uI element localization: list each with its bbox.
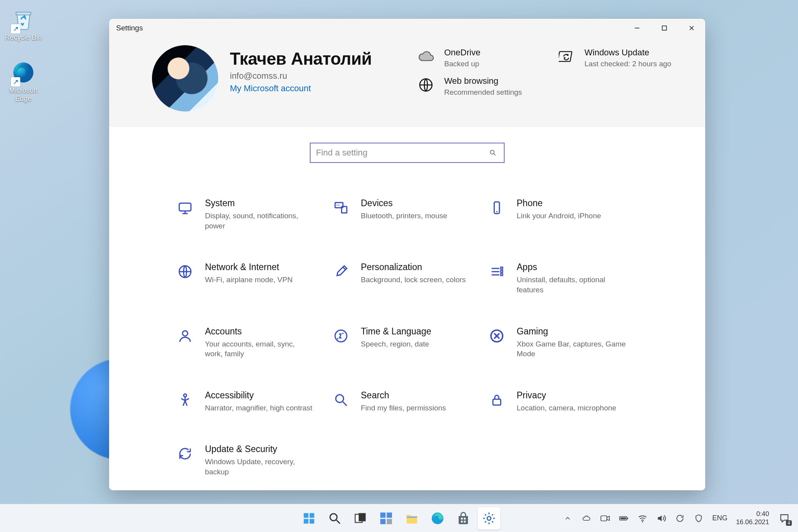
svg-rect-21: [493, 399, 501, 405]
minimize-button[interactable]: [623, 19, 651, 37]
category-subtitle: Uninstall, defaults, optional features: [517, 275, 626, 295]
tray-wifi-icon[interactable]: [637, 513, 648, 523]
svg-rect-28: [359, 513, 366, 521]
category-gaming[interactable]: GamingXbox Game Bar, captures, Game Mode: [487, 326, 639, 359]
person-icon: [175, 326, 195, 346]
svg-point-11: [496, 211, 497, 212]
tray-battery-icon[interactable]: [619, 513, 629, 523]
tray-time: 0:40: [736, 510, 769, 518]
notification-count-badge: 4: [786, 520, 792, 526]
desktop-icon-edge[interactable]: ↗ Microsoft Edge: [4, 57, 43, 106]
status-sub: Recommended settings: [444, 88, 522, 97]
category-accounts[interactable]: AccountsYour accounts, email, sync, work…: [175, 326, 327, 359]
category-subtitle: Link your Android, iPhone: [517, 211, 601, 221]
svg-rect-39: [601, 516, 607, 521]
category-title: Privacy: [517, 390, 616, 401]
svg-rect-24: [304, 519, 309, 523]
category-title: Accounts: [205, 326, 314, 337]
store-button[interactable]: [452, 507, 475, 530]
svg-rect-42: [620, 517, 626, 519]
shortcut-arrow-icon: ↗: [11, 77, 20, 87]
svg-point-19: [184, 394, 186, 397]
category-personalization[interactable]: PersonalizationBackground, lock screen, …: [331, 262, 483, 295]
sync-icon: [175, 444, 195, 463]
taskbar-search-button[interactable]: [323, 507, 346, 530]
category-privacy[interactable]: PrivacyLocation, camera, microphone: [487, 390, 639, 413]
tray-clock[interactable]: 0:40 16.06.2021: [736, 510, 769, 526]
task-view-button[interactable]: [349, 507, 372, 530]
tray-date: 16.06.2021: [736, 518, 769, 526]
tray-security-icon[interactable]: [694, 513, 704, 523]
desktop-icon-label: Microsoft Edge: [4, 87, 43, 103]
category-title: Network & Internet: [205, 262, 293, 272]
category-update-security[interactable]: Update & SecurityWindows Update, recover…: [175, 444, 327, 477]
tray-chevron-icon[interactable]: [563, 513, 573, 523]
svg-point-38: [487, 516, 491, 520]
category-subtitle: Wi-Fi, airplane mode, VPN: [205, 275, 293, 285]
search-input[interactable]: [316, 148, 487, 158]
status-windows-update[interactable]: Windows Update Last checked: 2 hours ago: [557, 48, 686, 69]
close-button[interactable]: [678, 19, 705, 37]
svg-point-9: [339, 205, 340, 206]
tray-volume-icon[interactable]: [656, 513, 666, 523]
desktop-icon-recycle-bin[interactable]: ↗ Recycle Bin: [4, 4, 43, 45]
shortcut-arrow-icon: ↗: [11, 24, 20, 34]
file-explorer-button[interactable]: [401, 507, 423, 530]
maximize-button[interactable]: [651, 19, 678, 37]
keyboard-mouse-icon: [331, 198, 351, 217]
search-icon[interactable]: [487, 147, 498, 158]
status-web-browsing[interactable]: Web browsing Recommended settings: [417, 76, 546, 97]
cloud-icon: [417, 48, 435, 65]
status-title: Web browsing: [444, 76, 522, 86]
svg-rect-31: [380, 519, 386, 524]
status-title: OneDrive: [444, 48, 480, 58]
tray-meet-now-icon[interactable]: [600, 513, 610, 523]
titlebar[interactable]: Settings: [109, 19, 705, 37]
taskbar: ENG 0:40 16.06.2021 4: [0, 504, 798, 532]
globe-icon: [417, 76, 435, 94]
category-title: Update & Security: [205, 444, 314, 454]
svg-rect-37: [464, 521, 466, 523]
widgets-button[interactable]: [375, 507, 397, 530]
svg-point-43: [642, 521, 643, 522]
svg-rect-32: [387, 519, 392, 524]
tray-onedrive-icon[interactable]: [581, 513, 591, 523]
svg-point-17: [335, 330, 347, 342]
accessibility-icon: [175, 390, 195, 410]
category-title: Gaming: [517, 326, 626, 337]
svg-rect-22: [304, 513, 309, 518]
category-search[interactable]: SearchFind my files, permissions: [331, 390, 483, 413]
category-subtitle: Bluetooth, printers, mouse: [361, 211, 447, 221]
svg-point-20: [336, 395, 344, 403]
pen-icon: [331, 262, 351, 281]
category-system[interactable]: SystemDisplay, sound, notifications, pow…: [175, 198, 327, 231]
status-onedrive[interactable]: OneDrive Backed up: [417, 48, 546, 69]
avatar[interactable]: [152, 45, 218, 111]
category-accessibility[interactable]: AccessibilityNarrator, magnifier, high c…: [175, 390, 327, 413]
category-title: Phone: [517, 198, 601, 209]
svg-rect-41: [627, 517, 628, 519]
svg-rect-36: [461, 521, 463, 523]
category-devices[interactable]: DevicesBluetooth, printers, mouse: [331, 198, 483, 231]
lock-icon: [487, 390, 507, 410]
category-title: Personalization: [361, 262, 466, 272]
desktop-icon-label: Recycle Bin: [4, 34, 43, 42]
find-setting-search[interactable]: [310, 143, 505, 163]
tray-windows-update-icon[interactable]: [675, 513, 685, 523]
svg-rect-15: [501, 274, 503, 276]
tray-language[interactable]: ENG: [712, 514, 727, 522]
category-subtitle: Windows Update, recovery, backup: [205, 457, 314, 477]
category-phone[interactable]: PhoneLink your Android, iPhone: [487, 198, 639, 231]
svg-point-8: [337, 205, 338, 206]
settings-taskbar-button[interactable]: [478, 507, 500, 530]
category-subtitle: Your accounts, email, sync, work, family: [205, 339, 314, 359]
svg-point-16: [182, 331, 187, 336]
microsoft-account-link[interactable]: My Microsoft account: [230, 83, 372, 94]
status-title: Windows Update: [584, 48, 671, 58]
edge-taskbar-button[interactable]: [426, 507, 449, 530]
start-button[interactable]: [298, 507, 320, 530]
category-time-language[interactable]: Time & LanguageSpeech, region, date: [331, 326, 483, 359]
category-apps[interactable]: AppsUninstall, defaults, optional featur…: [487, 262, 639, 295]
action-center-button[interactable]: 4: [778, 512, 791, 525]
category-network[interactable]: Network & InternetWi-Fi, airplane mode, …: [175, 262, 327, 295]
